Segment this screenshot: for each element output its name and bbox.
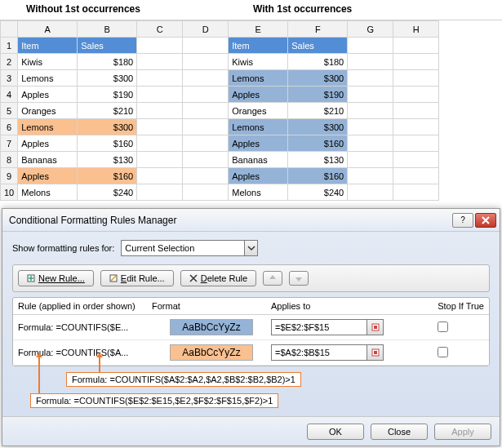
- cell-F9[interactable]: $160: [288, 168, 348, 184]
- row-header-9[interactable]: 9: [1, 168, 18, 184]
- col-header-D[interactable]: D: [183, 21, 229, 38]
- row-header-10[interactable]: 10: [1, 184, 18, 201]
- cell-D1[interactable]: [183, 38, 229, 54]
- col-header-F[interactable]: F: [288, 21, 348, 38]
- col-header-H[interactable]: H: [393, 21, 439, 38]
- cell-D2[interactable]: [183, 54, 229, 70]
- cell-F8[interactable]: $130: [288, 152, 348, 168]
- cell-D3[interactable]: [183, 70, 229, 86]
- cell-B6[interactable]: $300: [78, 119, 137, 135]
- row-header-4[interactable]: 4: [1, 86, 18, 103]
- cell-F7[interactable]: $160: [288, 135, 348, 152]
- cell-A10[interactable]: Melons: [18, 184, 78, 201]
- cell-A8[interactable]: Bananas: [18, 152, 78, 168]
- cell-D10[interactable]: [183, 184, 229, 201]
- col-header-B[interactable]: B: [78, 21, 137, 38]
- apply-button[interactable]: Apply: [434, 424, 491, 440]
- cell-F1[interactable]: Sales: [288, 38, 348, 54]
- cell-E9[interactable]: Apples: [229, 168, 288, 184]
- stop-if-true-checkbox[interactable]: [438, 322, 448, 332]
- cell-H9[interactable]: [393, 168, 439, 184]
- cell-E1[interactable]: Item: [229, 38, 288, 54]
- cell-B10[interactable]: $240: [78, 184, 137, 201]
- cell-G2[interactable]: [348, 54, 393, 70]
- cell-C8[interactable]: [137, 152, 183, 168]
- cell-A7[interactable]: Apples: [18, 135, 78, 152]
- help-button[interactable]: ?: [452, 213, 473, 228]
- cell-C1[interactable]: [137, 38, 183, 54]
- titlebar[interactable]: Conditional Formatting Rules Manager ?: [2, 209, 500, 232]
- cell-F6[interactable]: $300: [288, 119, 348, 135]
- cell-B1[interactable]: Sales: [78, 38, 137, 54]
- cell-D6[interactable]: [183, 119, 229, 135]
- cell-C2[interactable]: [137, 54, 183, 70]
- applies-refedit[interactable]: [271, 319, 384, 335]
- cell-D5[interactable]: [183, 103, 229, 119]
- cell-H5[interactable]: [393, 103, 439, 119]
- cell-B3[interactable]: $300: [78, 70, 137, 86]
- cell-B9[interactable]: $160: [78, 168, 137, 184]
- cell-E5[interactable]: Oranges: [229, 103, 288, 119]
- row-header-7[interactable]: 7: [1, 135, 18, 152]
- cell-E3[interactable]: Lemons: [229, 70, 288, 86]
- cell-A6[interactable]: Lemons: [18, 119, 78, 135]
- row-header-5[interactable]: 5: [1, 103, 18, 119]
- cell-C9[interactable]: [137, 168, 183, 184]
- cell-G10[interactable]: [348, 184, 393, 201]
- cell-F3[interactable]: $300: [288, 70, 348, 86]
- cell-F10[interactable]: $240: [288, 184, 348, 201]
- cell-H1[interactable]: [393, 38, 439, 54]
- row-header-6[interactable]: 6: [1, 119, 18, 135]
- cell-A2[interactable]: Kiwis: [18, 54, 78, 70]
- cell-H10[interactable]: [393, 184, 439, 201]
- cell-E8[interactable]: Bananas: [229, 152, 288, 168]
- cell-G3[interactable]: [348, 70, 393, 86]
- cell-D8[interactable]: [183, 152, 229, 168]
- row-header-2[interactable]: 2: [1, 54, 18, 70]
- cell-F4[interactable]: $190: [288, 86, 348, 103]
- rule-row-0[interactable]: Formula: =COUNTIFS($E... AaBbCcYyZz: [13, 315, 489, 340]
- col-header-E[interactable]: E: [229, 21, 288, 38]
- cell-C3[interactable]: [137, 70, 183, 86]
- cell-B2[interactable]: $180: [78, 54, 137, 70]
- scope-combo[interactable]: [121, 240, 258, 256]
- cell-H7[interactable]: [393, 135, 439, 152]
- scope-input[interactable]: [122, 241, 244, 255]
- cell-G9[interactable]: [348, 168, 393, 184]
- cell-G5[interactable]: [348, 103, 393, 119]
- cell-B7[interactable]: $160: [78, 135, 137, 152]
- cell-G1[interactable]: [348, 38, 393, 54]
- edit-rule-button[interactable]: EEdit Rule...dit Rule...: [100, 270, 174, 286]
- cell-B4[interactable]: $190: [78, 86, 137, 103]
- cell-E10[interactable]: Melons: [229, 184, 288, 201]
- cell-B5[interactable]: $210: [78, 103, 137, 119]
- ok-button[interactable]: OK: [307, 424, 364, 440]
- cell-E4[interactable]: Apples: [229, 86, 288, 103]
- cell-A3[interactable]: Lemons: [18, 70, 78, 86]
- cell-G6[interactable]: [348, 119, 393, 135]
- cell-H3[interactable]: [393, 70, 439, 86]
- cell-A1[interactable]: Item: [18, 38, 78, 54]
- applies-input[interactable]: [272, 320, 367, 335]
- range-picker-icon[interactable]: [367, 320, 383, 335]
- stop-if-true-checkbox[interactable]: [438, 347, 448, 357]
- range-picker-icon[interactable]: [367, 345, 383, 360]
- row-header-3[interactable]: 3: [1, 70, 18, 86]
- grid[interactable]: ABCDEFGH1ItemSalesItemSales2Kiwis$180Kiw…: [0, 20, 439, 201]
- cell-A4[interactable]: Apples: [18, 86, 78, 103]
- cell-D4[interactable]: [183, 86, 229, 103]
- cell-C4[interactable]: [137, 86, 183, 103]
- cell-E6[interactable]: Lemons: [229, 119, 288, 135]
- cell-G7[interactable]: [348, 135, 393, 152]
- cell-E2[interactable]: Kiwis: [229, 54, 288, 70]
- cell-G8[interactable]: [348, 152, 393, 168]
- cell-H4[interactable]: [393, 86, 439, 103]
- row-header-1[interactable]: 1: [1, 38, 18, 54]
- corner-cell[interactable]: [1, 21, 18, 38]
- delete-rule-button[interactable]: Delete Rule: [180, 270, 257, 286]
- applies-refedit[interactable]: [271, 344, 384, 361]
- col-header-C[interactable]: C: [137, 21, 183, 38]
- cell-C5[interactable]: [137, 103, 183, 119]
- applies-input[interactable]: [272, 345, 367, 360]
- cell-E7[interactable]: Apples: [229, 135, 288, 152]
